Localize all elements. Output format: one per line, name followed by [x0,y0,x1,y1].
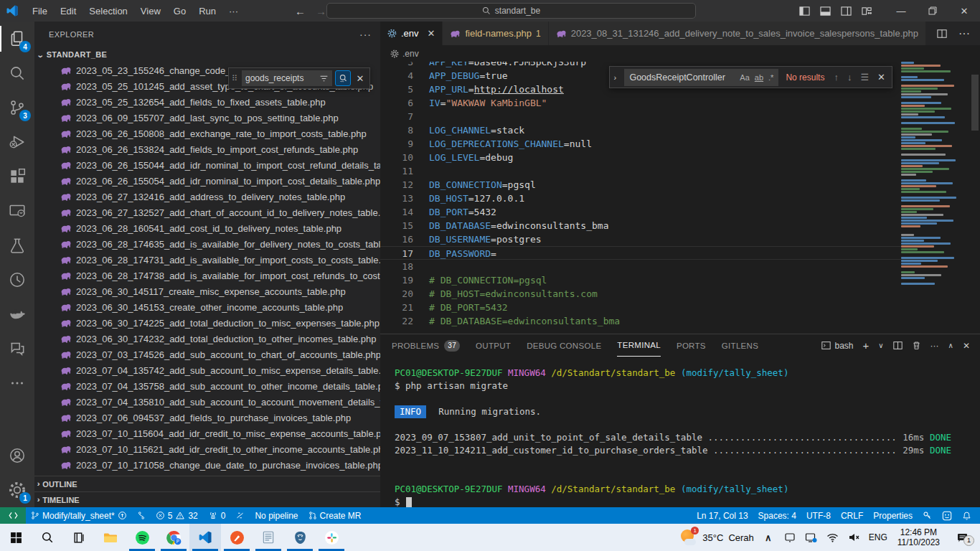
maximize-panel-icon[interactable]: ∧ [948,342,953,349]
task-view-icon[interactable] [63,524,95,551]
menu-edit[interactable]: Edit [54,0,83,22]
filter-grip-handle[interactable]: ⠿ [232,76,239,81]
whole-word-toggle[interactable]: ab [755,73,763,82]
volume-muted-icon[interactable] [847,532,862,542]
fuzzy-search-toggle[interactable] [335,70,351,86]
panel-tab-terminal[interactable]: TERMINAL [617,334,661,357]
docker-activity-icon[interactable] [0,297,34,331]
code-line[interactable]: 16DB_USERNAME=postgres [380,232,901,246]
code-line[interactable]: 20# DB_HOST=edwinconsultants.com [380,287,901,301]
prev-match-icon[interactable]: ↑ [831,72,841,83]
file-item[interactable]: 2023_06_28_174738_add_is_available_for_i… [34,268,380,283]
timeline-section[interactable]: › TIMELINE [34,491,380,507]
close-panel-icon[interactable]: ✕ [963,341,970,351]
file-item[interactable]: 2023_06_26_150808_add_exchange_rate_to_i… [34,126,380,141]
command-center-search[interactable]: standart_be [326,3,696,19]
file-item[interactable]: 2023_06_27_132416_add_address_to_deliver… [34,189,380,204]
panel-more-actions-icon[interactable]: ··· [930,341,939,351]
keyboard-language[interactable]: ENG [869,532,887,542]
weather-widget[interactable]: 1 35°C Cerah [680,529,753,546]
testing-activity-icon[interactable] [0,228,34,263]
file-item[interactable]: 2023_07_10_115621_add_idr_credit_to_othe… [34,441,380,457]
code-line[interactable]: 17DB_PASSWORD= [380,246,901,260]
find-input[interactable]: GoodsReceiptController Aa ab .* [624,69,778,86]
file-item[interactable]: 2023_06_28_174731_add_is_available_for_i… [34,252,380,268]
panel-tab-gitlens[interactable]: GITLENS [722,334,758,357]
pipeline-status-icon[interactable] [230,507,250,524]
tab-migration-file[interactable]: 2023_08_31_131246_add_delivery_note_to_s… [549,22,926,45]
customize-layout-icon[interactable] [862,6,872,17]
gitlens-status[interactable] [132,507,151,524]
problems-status[interactable]: 5 32 [151,507,203,524]
filter-input[interactable]: goods_receipts [242,70,332,86]
tab-env[interactable]: .env ✕ [380,22,443,45]
tray-chevron-up-icon[interactable]: ∧ [761,532,776,543]
menu-go[interactable]: Go [167,0,192,22]
explorer-more-actions-icon[interactable]: ··· [359,29,372,40]
menu-[interactable]: ··· [222,0,245,22]
more-activity-icon[interactable] [0,366,34,400]
code-line[interactable]: 18 [380,260,901,273]
close-tab-icon[interactable]: ✕ [428,28,435,39]
file-item[interactable]: 2023_07_10_171058_change_due_date_to_pur… [34,457,380,473]
split-terminal-icon[interactable] [893,341,903,350]
run-debug-activity-icon[interactable] [0,125,34,159]
menu-run[interactable]: Run [192,0,222,22]
feedback-smiley-icon[interactable] [937,507,957,524]
code-line[interactable]: 8LOG_CHANNEL=stack [380,123,901,137]
file-item[interactable]: 2023_07_04_135758_add_sub_account_to_oth… [34,378,380,394]
code-editor[interactable]: 3APP_KEY=base64:FJM5pCKjS3urp4APP_DEBUG=… [380,62,980,334]
file-item[interactable]: 2023_07_03_174526_add_sub_account_to_cha… [34,347,380,362]
new-terminal-icon[interactable]: + [863,339,870,352]
accounts-activity-icon[interactable] [0,438,34,473]
split-editor-icon[interactable] [937,29,947,39]
start-button[interactable] [0,524,32,551]
file-item[interactable]: 2023_06_30_145153_create_other_income_ac… [34,299,380,315]
folder-section-header[interactable]: ⌄ STANDART_BE [34,47,380,62]
gitlens-activity-icon[interactable] [0,263,34,297]
file-item[interactable]: 2023_06_28_174635_add_is_available_for_d… [34,236,380,252]
kill-terminal-icon[interactable] [912,341,921,350]
code-line[interactable]: 6IV="WAKWAW KaMbinGBL" [380,96,901,110]
tray-device-icon[interactable] [783,532,797,542]
file-item[interactable]: 2023_07_10_115604_add_idr_credit_to_misc… [34,425,380,441]
toggle-panel-icon[interactable] [820,6,831,17]
outline-section[interactable]: › OUTLINE [34,476,380,491]
file-item[interactable]: 2023_05_25_132654_add_fields_to_fixed_as… [34,94,380,110]
slack-icon[interactable] [316,524,347,551]
filter-icon[interactable] [319,74,329,83]
toggle-secondary-sidebar-icon[interactable] [841,6,852,17]
remote-explorer-activity-icon[interactable] [0,194,34,228]
indentation[interactable]: Spaces: 4 [753,507,801,524]
code-line[interactable]: 21# DB_PORT=5432 [380,301,901,314]
code-line[interactable]: 7 [380,110,901,123]
panel-tab-output[interactable]: OUTPUT [476,334,511,357]
code-line[interactable]: 15DB_DATABASE=edwinconsultants_bma [380,219,901,232]
close-button[interactable]: ✕ [948,0,980,22]
file-item[interactable]: 2023_06_09_155707_add_last_sync_to_pos_s… [34,110,380,126]
panel-tab-debug-console[interactable]: DEBUG CONSOLE [527,334,601,357]
match-case-toggle[interactable]: Aa [740,73,749,82]
remote-indicator[interactable] [0,507,26,524]
file-item[interactable]: 2023_06_30_145117_create_misc_expense_ac… [34,283,380,299]
terminal-output[interactable]: PC01@DESKTOP-9E27DUF MINGW64 /d/Standart… [380,357,980,507]
create-mr-button[interactable]: Create MR [303,507,367,524]
branch-status[interactable]: Modify/tally_sheet* [26,507,132,524]
file-item[interactable]: 2023_07_04_135810_add_sub_account_to_acc… [34,394,380,410]
notification-center-icon[interactable]: 1 [950,532,974,543]
settings-activity-icon[interactable]: 1 [0,473,34,507]
source-control-activity-icon[interactable]: 3 [0,90,34,125]
code-line[interactable]: 11 [380,164,901,178]
find-collapse-icon[interactable]: › [610,66,620,88]
editor-scrollbar[interactable] [970,62,980,334]
file-item[interactable]: 2023_06_26_155044_add_idr_nominal_to_imp… [34,157,380,173]
panel-tab-ports[interactable]: PORTS [677,334,706,357]
chrome-icon[interactable]: P [158,524,189,551]
code-line[interactable]: 14DB_PORT=5432 [380,205,901,219]
file-item[interactable]: 2023_06_26_153824_add_fields_to_import_c… [34,141,380,157]
file-explorer-icon[interactable] [95,524,126,551]
menu-selection[interactable]: Selection [83,0,133,22]
code-line[interactable]: 19# DB_CONNECTION=pgsql [380,273,901,287]
code-line[interactable]: 22# DB_DATABASE=edwinconsultants_bma [380,314,901,328]
filter-close-icon[interactable]: ✕ [354,73,367,84]
